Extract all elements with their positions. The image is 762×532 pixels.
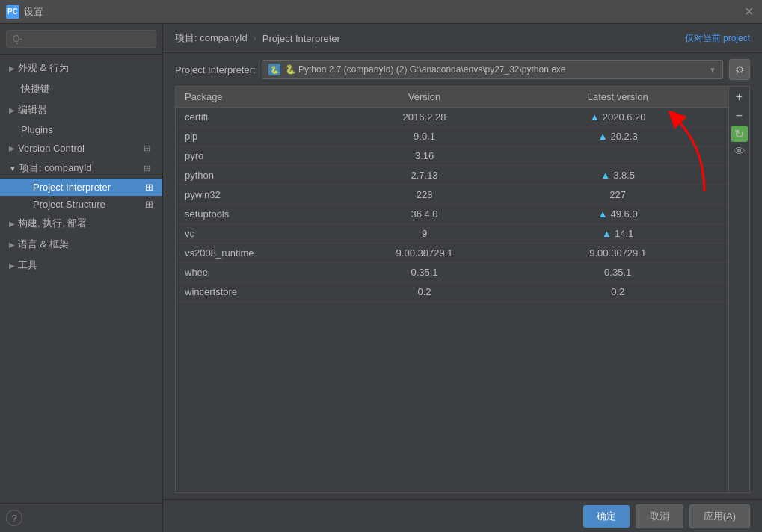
sidebar-item-label: 构建, 执行, 部署 bbox=[18, 217, 87, 230]
package-latest-version: ▲49.6.0 bbox=[507, 205, 728, 224]
sidebar-item-label: 项目: companyId bbox=[19, 161, 92, 175]
package-version: 36.4.0 bbox=[342, 205, 508, 224]
expand-arrow: ▶ bbox=[9, 64, 15, 72]
sidebar-item-build[interactable]: ▶ 构建, 执行, 部署 bbox=[0, 213, 162, 234]
remove-package-button[interactable]: − bbox=[731, 107, 749, 125]
package-latest-version: ▲3.8.5 bbox=[507, 166, 728, 185]
package-name: certifi bbox=[176, 108, 342, 127]
sidebar-item-project[interactable]: ▼ 项目: companyId ⊞ bbox=[0, 158, 162, 179]
package-version: 0.35.1 bbox=[342, 263, 508, 282]
sidebar-item-editor[interactable]: ▶ 编辑器 bbox=[0, 99, 162, 120]
packages-table-container: Package Version Latest version certifi20… bbox=[175, 86, 750, 493]
python-icon: 🐍 bbox=[268, 64, 280, 75]
upgrade-arrow-icon: ▲ bbox=[590, 111, 600, 123]
dialog-footer: 确定 取消 应用(A) bbox=[163, 499, 762, 532]
version-control-icon: ⊞ bbox=[144, 143, 150, 153]
table-row[interactable]: pip9.0.1▲20.2.3 bbox=[176, 127, 728, 146]
sidebar-item-version-control[interactable]: ▶ Version Control ⊞ bbox=[0, 139, 162, 158]
interpreter-icon: ⊞ bbox=[145, 182, 153, 193]
confirm-button[interactable]: 确定 bbox=[583, 505, 630, 528]
breadcrumb: 项目: companyId › Project Interpreter 仅对当前… bbox=[163, 24, 762, 53]
svg-text:🐍: 🐍 bbox=[270, 65, 280, 75]
package-latest-version bbox=[507, 146, 728, 166]
add-package-button[interactable]: + bbox=[731, 88, 749, 106]
sidebar-item-project-structure[interactable]: Project Structure ⊞ bbox=[0, 196, 162, 213]
sidebar-item-label: Plugins bbox=[21, 124, 53, 135]
package-version: 2.7.13 bbox=[342, 166, 508, 185]
table-action-buttons: + − ↻ 👁 bbox=[728, 87, 749, 492]
package-latest-version: 9.00.30729.1 bbox=[507, 244, 728, 263]
sidebar-item-label: 外观 & 行为 bbox=[18, 61, 69, 75]
package-name: python bbox=[176, 166, 342, 185]
package-version: 9 bbox=[342, 224, 508, 244]
sidebar-item-appearance[interactable]: ▶ 外观 & 行为 bbox=[0, 58, 162, 78]
package-latest-version: ▲20.2.3 bbox=[507, 127, 728, 146]
packages-table-wrap: Package Version Latest version certifi20… bbox=[176, 87, 728, 492]
table-row[interactable]: vs2008_runtime9.00.30729.19.00.30729.1 bbox=[176, 244, 728, 263]
col-header-latest: Latest version bbox=[507, 87, 728, 108]
expand-arrow: ▶ bbox=[9, 241, 15, 249]
sidebar-item-label: Project Interpreter bbox=[33, 182, 111, 193]
package-name: pywin32 bbox=[176, 185, 342, 205]
sidebar: ▶ 外观 & 行为 快捷键 ▶ 编辑器 Plugins ▶ Version Co… bbox=[0, 24, 163, 532]
table-row[interactable]: pyro3.16 bbox=[176, 146, 728, 166]
expand-arrow: ▶ bbox=[9, 262, 15, 270]
table-row[interactable]: certifi2016.2.28▲2020.6.20 bbox=[176, 108, 728, 127]
sidebar-item-project-interpreter[interactable]: Project Interpreter ⊞ bbox=[0, 179, 162, 196]
package-version: 9.0.1 bbox=[342, 127, 508, 146]
table-row[interactable]: wheel0.35.10.35.1 bbox=[176, 263, 728, 282]
app-icon: PC bbox=[6, 5, 19, 19]
upgrade-arrow-icon: ▲ bbox=[598, 208, 608, 220]
expand-arrow: ▶ bbox=[9, 106, 15, 114]
dropdown-arrow-icon: ▼ bbox=[709, 66, 716, 74]
upgrade-arrow-icon: ▲ bbox=[600, 170, 610, 181]
col-header-package: Package bbox=[176, 87, 342, 108]
sidebar-nav: ▶ 外观 & 行为 快捷键 ▶ 编辑器 Plugins ▶ Version Co… bbox=[0, 55, 162, 503]
package-name: wheel bbox=[176, 263, 342, 282]
sidebar-item-label: 快捷键 bbox=[21, 82, 50, 96]
view-options-button[interactable]: 👁 bbox=[731, 143, 749, 161]
package-name: setuptools bbox=[176, 205, 342, 224]
interpreter-row: Project Interpreter: 🐍 🐍 Python 2.7 (com… bbox=[163, 53, 762, 86]
apply-button[interactable]: 应用(A) bbox=[689, 504, 750, 528]
packages-table: Package Version Latest version certifi20… bbox=[176, 87, 728, 302]
titlebar: PC 设置 ✕ bbox=[0, 0, 762, 24]
expand-arrow: ▶ bbox=[9, 220, 15, 228]
sidebar-item-label: 工具 bbox=[18, 259, 37, 272]
breadcrumb-project: 项目: companyId bbox=[175, 31, 248, 45]
window-title: 设置 bbox=[24, 5, 741, 19]
breadcrumb-link[interactable]: 仅对当前 project bbox=[685, 32, 750, 45]
help-button[interactable]: ? bbox=[6, 510, 22, 526]
sidebar-item-keymap[interactable]: 快捷键 bbox=[0, 78, 162, 99]
search-input[interactable] bbox=[6, 30, 156, 48]
interpreter-value: 🐍 Python 2.7 (companyId) (2) G:\anaconda… bbox=[285, 64, 706, 75]
project-icon: ⊞ bbox=[144, 164, 150, 173]
main-panel: 项目: companyId › Project Interpreter 仅对当前… bbox=[163, 24, 762, 532]
cancel-button[interactable]: 取消 bbox=[636, 504, 683, 528]
col-header-version: Version bbox=[342, 87, 508, 108]
main-content: ▶ 外观 & 行为 快捷键 ▶ 编辑器 Plugins ▶ Version Co… bbox=[0, 24, 762, 532]
table-row[interactable]: pywin32228227 bbox=[176, 185, 728, 205]
upgrade-package-button[interactable]: ↻ bbox=[731, 126, 748, 142]
breadcrumb-separator: › bbox=[254, 33, 256, 43]
table-row[interactable]: vc9▲14.1 bbox=[176, 224, 728, 244]
sidebar-item-tools[interactable]: ▶ 工具 bbox=[0, 255, 162, 276]
interpreter-select[interactable]: 🐍 🐍 Python 2.7 (companyId) (2) G:\anacon… bbox=[262, 60, 723, 79]
upgrade-arrow-icon: ▲ bbox=[598, 131, 608, 142]
package-version: 3.16 bbox=[342, 146, 508, 166]
sidebar-footer: ? bbox=[0, 503, 162, 532]
settings-window: PC 设置 ✕ ▶ 外观 & 行为 快捷键 ▶ 编辑器 bbox=[0, 0, 762, 532]
expand-arrow: ▶ bbox=[9, 144, 15, 152]
sidebar-item-plugins[interactable]: Plugins bbox=[0, 120, 162, 139]
expand-arrow: ▼ bbox=[9, 164, 16, 173]
package-latest-version: ▲14.1 bbox=[507, 224, 728, 244]
sidebar-item-label: 编辑器 bbox=[18, 103, 47, 117]
close-button[interactable]: ✕ bbox=[741, 4, 756, 19]
table-row[interactable]: python2.7.13▲3.8.5 bbox=[176, 166, 728, 185]
sidebar-item-languages[interactable]: ▶ 语言 & 框架 bbox=[0, 234, 162, 255]
table-row[interactable]: wincertstore0.20.2 bbox=[176, 282, 728, 302]
upgrade-arrow-icon: ▲ bbox=[602, 228, 612, 239]
gear-button[interactable]: ⚙ bbox=[729, 59, 750, 80]
table-row[interactable]: setuptools36.4.0▲49.6.0 bbox=[176, 205, 728, 224]
package-name: vs2008_runtime bbox=[176, 244, 342, 263]
